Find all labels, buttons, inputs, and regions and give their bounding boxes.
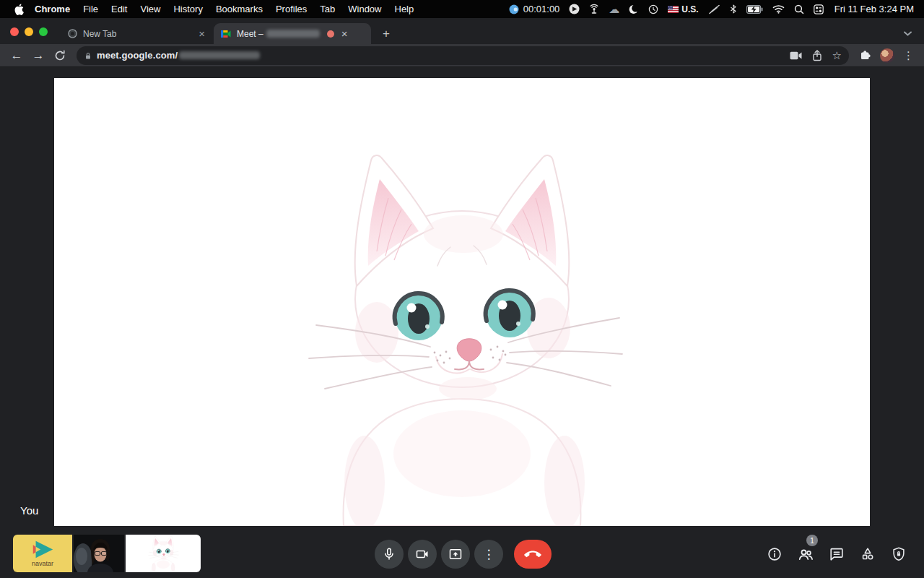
meet-favicon — [221, 30, 231, 38]
activities-icon — [860, 546, 876, 562]
menu-bar-clock[interactable]: Fri 11 Feb 3:24 PM — [833, 4, 914, 14]
chat-icon — [829, 546, 845, 562]
chrome-toolbar: ← → meet.google.com/ ☆ ⋮ — [0, 44, 924, 67]
menu-tab[interactable]: Tab — [313, 4, 341, 14]
antenna-icon[interactable] — [589, 4, 599, 14]
menu-edit[interactable]: Edit — [105, 4, 134, 14]
more-options-button[interactable]: ⋮ — [474, 540, 503, 569]
minimize-window-button[interactable] — [25, 27, 33, 36]
camera-button[interactable] — [408, 540, 437, 569]
meet-page: You navatar — [0, 67, 924, 578]
call-controls: ⋮ — [375, 540, 552, 569]
zoom-window-button[interactable] — [39, 27, 48, 36]
lock-icon[interactable] — [84, 51, 92, 61]
tab-new-tab[interactable]: New Tab × — [61, 23, 214, 44]
leave-call-button[interactable] — [514, 540, 552, 569]
profile-avatar[interactable] — [880, 48, 894, 63]
redacted-url-code — [179, 51, 260, 59]
device-muted-icon[interactable] — [708, 4, 720, 14]
moon-icon[interactable] — [629, 4, 639, 14]
microphone-icon — [382, 547, 396, 561]
activities-button[interactable] — [853, 540, 882, 569]
forward-button[interactable]: → — [29, 46, 48, 65]
camera-permission-icon[interactable] — [790, 51, 802, 60]
url-text: meet.google.com/ — [97, 50, 178, 61]
navatar-logo-icon — [30, 540, 55, 559]
participants-count-badge: 1 — [806, 535, 818, 546]
menu-file[interactable]: File — [77, 4, 105, 14]
redacted-meeting-code — [266, 30, 320, 38]
battery-charging-icon[interactable] — [746, 5, 763, 14]
share-icon[interactable] — [812, 50, 822, 61]
close-tab-icon[interactable]: × — [197, 28, 206, 39]
thumbnail-cat-avatar[interactable] — [126, 535, 201, 572]
tab-search-chevron-icon[interactable] — [903, 27, 912, 40]
spotlight-search-icon[interactable] — [794, 4, 804, 14]
tab-title: Meet – — [237, 29, 263, 39]
meeting-panel-controls: 1 — [760, 540, 913, 569]
microphone-button[interactable] — [375, 540, 404, 569]
menu-history[interactable]: History — [167, 4, 209, 14]
recording-timer: 00:01:00 — [523, 4, 560, 14]
people-icon — [797, 545, 814, 563]
app-status-icon[interactable] — [569, 4, 580, 14]
menu-view[interactable]: View — [134, 4, 167, 14]
reload-button[interactable] — [51, 46, 69, 65]
new-tab-favicon — [68, 29, 77, 38]
menu-bookmarks[interactable]: Bookmarks — [209, 4, 269, 14]
apple-menu-icon[interactable] — [14, 4, 24, 15]
tab-title: New Tab — [83, 29, 191, 39]
extensions-puzzle-icon[interactable] — [859, 49, 871, 61]
close-tab-icon[interactable]: × — [340, 28, 349, 39]
more-options-icon: ⋮ — [483, 547, 495, 562]
chrome-menu-icon[interactable]: ⋮ — [903, 49, 914, 62]
menu-help[interactable]: Help — [388, 4, 421, 14]
input-source-label: U.S. — [681, 4, 698, 14]
bluetooth-icon[interactable] — [730, 4, 737, 14]
chrome-tab-strip: New Tab × Meet – × + — [0, 18, 924, 44]
control-center-icon[interactable] — [814, 4, 824, 14]
navatar-label: navatar — [32, 560, 53, 567]
bookmark-star-icon[interactable]: ☆ — [832, 49, 842, 62]
recording-camera-icon — [509, 4, 520, 14]
tab-recording-indicator — [327, 30, 334, 38]
thumbnail-navatar[interactable]: navatar — [13, 535, 72, 572]
menu-window[interactable]: Window — [341, 4, 388, 14]
filmstrip: navatar — [13, 535, 201, 572]
time-machine-icon[interactable] — [648, 4, 658, 14]
show-participants-button[interactable]: 1 — [791, 540, 820, 569]
input-source-switcher[interactable]: U.S. — [668, 4, 698, 14]
cloud-icon[interactable]: ☁ — [609, 3, 619, 16]
menu-profiles[interactable]: Profiles — [269, 4, 313, 14]
screen-recording-status[interactable]: 00:01:00 — [509, 4, 560, 14]
thumbnail-webcam[interactable] — [74, 535, 124, 572]
menu-chrome[interactable]: Chrome — [28, 4, 77, 14]
new-tab-button[interactable]: + — [378, 26, 394, 42]
back-button[interactable]: ← — [7, 46, 26, 65]
tab-meet-active[interactable]: Meet – × — [214, 23, 371, 44]
us-flag-icon — [668, 6, 679, 13]
address-bar[interactable]: meet.google.com/ ☆ — [77, 46, 849, 65]
window-controls — [10, 27, 48, 36]
main-video-feed — [54, 78, 870, 526]
present-screen-button[interactable] — [441, 540, 470, 569]
shield-lock-icon — [891, 546, 907, 562]
cat-avatar-illustration — [296, 150, 628, 526]
present-screen-icon — [448, 547, 463, 561]
meeting-details-button[interactable] — [760, 540, 789, 569]
info-icon — [767, 546, 783, 562]
host-controls-button[interactable] — [884, 540, 913, 569]
cat-avatar-mini — [147, 535, 179, 571]
wifi-icon[interactable] — [772, 4, 785, 14]
hangup-phone-icon — [524, 545, 541, 563]
chat-button[interactable] — [822, 540, 851, 569]
macos-menu-bar: Chrome File Edit View History Bookmarks … — [0, 0, 924, 18]
camera-icon — [415, 547, 430, 561]
webcam-person-image — [74, 535, 124, 572]
close-window-button[interactable] — [10, 27, 19, 36]
participant-name-label: You — [20, 504, 38, 517]
